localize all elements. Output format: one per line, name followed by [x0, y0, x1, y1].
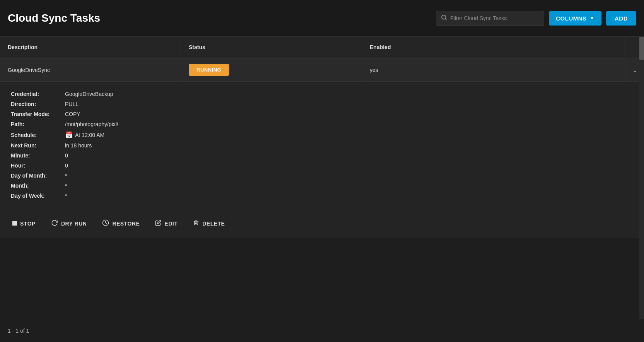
hour-label: Hour: [11, 162, 65, 169]
next-run-label: Next Run: [11, 142, 65, 149]
page-header: Cloud Sync Tasks COLUMNS ▼ ADD [0, 0, 644, 37]
stop-button[interactable]: STOP [11, 218, 37, 229]
status-badge: RUNNING [189, 64, 229, 76]
detail-credential: Credential: GoogleDriveBackup [11, 91, 633, 97]
chevron-down-icon: ▼ [590, 15, 594, 21]
restore-icon [102, 219, 109, 228]
stop-icon [12, 220, 17, 227]
chevron-down-icon[interactable]: ⌄ [632, 66, 638, 74]
pagination-label: 1 - 1 of 1 [8, 328, 29, 334]
col-description: Description [0, 37, 181, 58]
detail-hour: Hour: 0 [11, 162, 633, 169]
direction-label: Direction: [11, 101, 65, 107]
table-footer: 1 - 1 of 1 [0, 319, 644, 342]
detail-next-run: Next Run: in 18 hours [11, 142, 633, 149]
search-icon [441, 14, 447, 22]
day-of-month-value: * [65, 173, 67, 179]
expanded-details: Credential: GoogleDriveBackup Direction:… [0, 82, 644, 209]
cell-status: RUNNING [181, 58, 362, 81]
schedule-label: Schedule: [11, 132, 65, 138]
add-button[interactable]: ADD [606, 11, 636, 26]
search-input[interactable] [450, 15, 539, 21]
action-buttons-bar: STOP DRY RUN RESTORE [0, 209, 644, 238]
page-title: Cloud Sync Tasks [8, 12, 436, 24]
scrollbar-thumb[interactable] [639, 37, 644, 60]
restore-button[interactable]: RESTORE [101, 217, 141, 230]
detail-schedule: Schedule: 📅At 12:00 AM [11, 131, 633, 139]
day-of-week-value: * [65, 193, 67, 199]
minute-value: 0 [65, 152, 68, 159]
credential-label: Credential: [11, 91, 65, 97]
table-row: GoogleDriveSync RUNNING yes ⌄ [0, 58, 644, 82]
detail-minute: Minute: 0 [11, 152, 633, 159]
transfer-mode-value: COPY [65, 111, 80, 117]
calendar-icon: 📅 [65, 131, 73, 139]
enabled-value: yes [370, 67, 378, 73]
search-container [436, 11, 544, 26]
detail-day-of-week: Day of Week: * [11, 193, 633, 199]
detail-transfer-mode: Transfer Mode: COPY [11, 111, 633, 117]
day-of-month-label: Day of Month: [11, 173, 65, 179]
svg-point-0 [442, 15, 446, 19]
next-run-value: in 18 hours [65, 142, 92, 149]
path-value: /mnt/photography/pixl/ [65, 121, 118, 127]
schedule-value: 📅At 12:00 AM [65, 131, 104, 139]
cell-description: GoogleDriveSync [0, 58, 181, 81]
day-of-week-label: Day of Week: [11, 193, 65, 199]
detail-path: Path: /mnt/photography/pixl/ [11, 121, 633, 127]
table-header-row: Description Status Enabled [0, 37, 644, 58]
detail-direction: Direction: PULL [11, 101, 633, 107]
month-label: Month: [11, 183, 65, 189]
credential-value: GoogleDriveBackup [65, 91, 113, 97]
task-table: Description Status Enabled GoogleDriveSy… [0, 37, 644, 238]
dry-run-button[interactable]: DRY RUN [50, 217, 89, 230]
dry-run-icon [51, 219, 58, 228]
detail-day-of-month: Day of Month: * [11, 173, 633, 179]
path-label: Path: [11, 121, 65, 127]
scrollbar-track [639, 37, 644, 319]
month-value: * [65, 183, 67, 189]
detail-month: Month: * [11, 183, 633, 189]
task-name: GoogleDriveSync [8, 67, 50, 73]
direction-value: PULL [65, 101, 79, 107]
col-enabled: Enabled [362, 37, 625, 58]
edit-icon [155, 220, 161, 227]
delete-button[interactable]: DELETE [191, 217, 226, 230]
col-status: Status [181, 37, 362, 58]
transfer-mode-label: Transfer Mode: [11, 111, 65, 117]
columns-button[interactable]: COLUMNS ▼ [549, 11, 601, 26]
cell-enabled: yes [362, 58, 625, 81]
hour-value: 0 [65, 162, 68, 169]
header-actions: COLUMNS ▼ ADD [436, 11, 636, 26]
svg-line-1 [445, 19, 446, 20]
edit-button[interactable]: EDIT [154, 217, 179, 230]
minute-label: Minute: [11, 152, 65, 159]
delete-icon [193, 219, 199, 228]
